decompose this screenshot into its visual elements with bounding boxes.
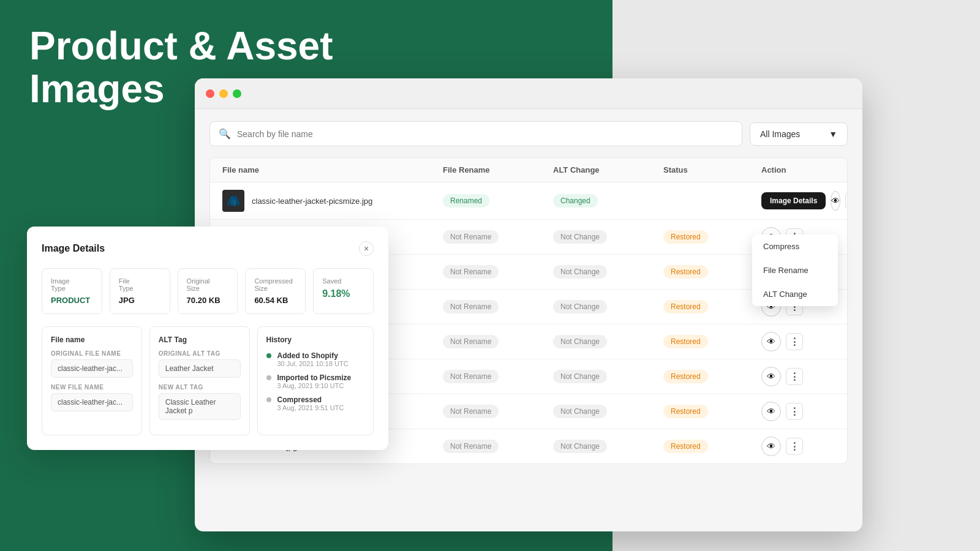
col-action: Action [761, 165, 835, 174]
status-badge: Restored [663, 230, 708, 244]
search-icon: 🔍 [219, 128, 231, 140]
close-button[interactable] [206, 89, 214, 98]
filter-dropdown[interactable]: All Images ▼ [750, 122, 848, 146]
stat-saved: Saved 9.18% [313, 268, 374, 314]
col-status: Status [663, 165, 761, 174]
history-dot [266, 353, 271, 358]
history-time: 30 Jul, 2021 10:18 UTC [277, 360, 349, 367]
alt-badge: Not Change [553, 300, 607, 313]
context-alt-change[interactable]: ALT Change [752, 282, 838, 306]
search-input[interactable] [237, 129, 733, 139]
action-cell: 👁 ⋮ [761, 367, 835, 386]
status-badge: Restored [663, 405, 708, 418]
eye-button[interactable]: 👁 [761, 367, 781, 386]
group-title: ALT Tag [159, 335, 241, 344]
table-header: File name File Rename ALT Change Status … [210, 158, 847, 182]
file-name-text: classic-leather-jacket-picsmize.jpg [252, 197, 372, 206]
new-file-value: classic-leather-jac... [51, 393, 133, 411]
action-cell: 👁 ⋮ [761, 437, 835, 456]
chevron-down-icon: ▼ [829, 129, 837, 139]
alt-badge: Changed [553, 194, 598, 208]
eye-button[interactable]: 👁 [761, 402, 781, 421]
table-row: 🧥 classic-leather-jacket-picsmize.jpg Re… [210, 182, 847, 220]
stat-value: 70.20 KB [187, 296, 229, 305]
more-button[interactable]: ⋮ [786, 368, 803, 385]
rename-badge: Not Rename [443, 230, 499, 244]
new-alt-value: Classic Leather Jacket p [159, 393, 241, 420]
image-details-panel: Image Details × Image type PRODUCT File … [27, 227, 388, 450]
file-thumbnail: 🧥 [222, 190, 244, 212]
history-item: Compressed 3 Aug, 2021 9:51 UTC [266, 395, 365, 411]
more-button[interactable]: ⋮ [845, 192, 848, 209]
history-action: Compressed [277, 395, 344, 404]
eye-icon: 👁 [767, 407, 775, 416]
panel-title: Image Details [42, 243, 105, 254]
alt-badge: Not Change [553, 230, 607, 244]
alt-badge: Not Change [553, 265, 607, 279]
rename-badge-cell: Renamed [443, 194, 553, 208]
new-file-label: NEW FILE NAME [51, 384, 133, 391]
panel-close-button[interactable]: × [359, 241, 374, 256]
context-file-rename[interactable]: File Rename [752, 258, 838, 282]
window-titlebar [195, 78, 862, 109]
stat-label: Image type [51, 277, 93, 292]
more-button[interactable]: ⋮ [786, 403, 803, 420]
history-item: Added to Shopify 30 Jul, 2021 10:18 UTC [266, 351, 365, 367]
file-name-group: File name ORIGINAL FILE NAME classic-lea… [42, 326, 142, 435]
original-file-value: classic-leather-jac... [51, 359, 133, 378]
rename-badge: Not Rename [443, 370, 499, 383]
search-row: 🔍 All Images ▼ [209, 121, 848, 146]
eye-button[interactable]: 👁 [831, 191, 840, 211]
maximize-button[interactable] [233, 89, 241, 98]
context-compress[interactable]: Compress [752, 234, 838, 258]
stat-value: 9.18% [322, 288, 364, 299]
rename-badge: Renamed [443, 194, 489, 208]
history-dot [266, 397, 271, 402]
history-title: History [266, 335, 365, 344]
stat-value: JPG [119, 296, 161, 305]
history-action: Added to Shopify [277, 351, 349, 360]
stat-value: PRODUCT [51, 296, 93, 305]
file-name-cell: 🧥 classic-leather-jacket-picsmize.jpg [222, 190, 443, 212]
new-alt-label: NEW ALT TAG [159, 384, 241, 391]
stat-image-type: Image type PRODUCT [42, 268, 102, 314]
history-action: Imported to Picsmize [277, 373, 352, 382]
history-group: History Added to Shopify 30 Jul, 2021 10… [257, 326, 374, 435]
stat-compressed-size: Compressed size 60.54 KB [245, 268, 306, 314]
alt-badge: Not Change [553, 440, 607, 453]
search-box: 🔍 [209, 121, 742, 146]
eye-icon: 👁 [767, 441, 775, 451]
eye-button[interactable]: 👁 [761, 437, 781, 456]
group-title: File name [51, 335, 133, 344]
alt-badge: Not Change [553, 370, 607, 383]
rename-badge: Not Rename [443, 300, 499, 313]
rename-badge: Not Rename [443, 440, 499, 453]
col-filename: File name [222, 165, 443, 174]
action-cell: Image Details 👁 ⋮ [761, 191, 835, 211]
status-badge: Restored [663, 265, 708, 279]
eye-button[interactable]: 👁 [761, 332, 781, 351]
alt-badge: Not Change [553, 405, 607, 418]
more-button[interactable]: ⋮ [786, 333, 803, 350]
more-button[interactable]: ⋮ [786, 438, 803, 455]
original-file-label: ORIGINAL FILE NAME [51, 350, 133, 357]
stat-original-size: Original size 70.20 KB [178, 268, 238, 314]
stat-file-type: File Type JPG [110, 268, 170, 314]
history-dot [266, 375, 271, 380]
status-badge: Restored [663, 335, 708, 348]
original-alt-value: Leather Jacket [159, 359, 241, 378]
action-cell: 👁 ⋮ [761, 402, 835, 421]
context-menu: Compress File Rename ALT Change [752, 234, 838, 306]
alt-badge-cell: Changed [553, 194, 663, 208]
history-time: 3 Aug, 2021 9:10 UTC [277, 382, 352, 389]
col-alt: ALT Change [553, 165, 663, 174]
close-icon: × [364, 244, 369, 253]
original-alt-label: ORIGINAL ALT TAG [159, 350, 241, 357]
stat-value: 60.54 KB [254, 296, 296, 305]
minimize-button[interactable] [219, 89, 228, 98]
eye-icon: 👁 [767, 337, 775, 347]
panel-header: Image Details × [42, 241, 374, 256]
stats-row: Image type PRODUCT File Type JPG Origina… [42, 268, 374, 314]
action-cell: 👁 ⋮ [761, 332, 835, 351]
image-details-button[interactable]: Image Details [761, 192, 826, 209]
